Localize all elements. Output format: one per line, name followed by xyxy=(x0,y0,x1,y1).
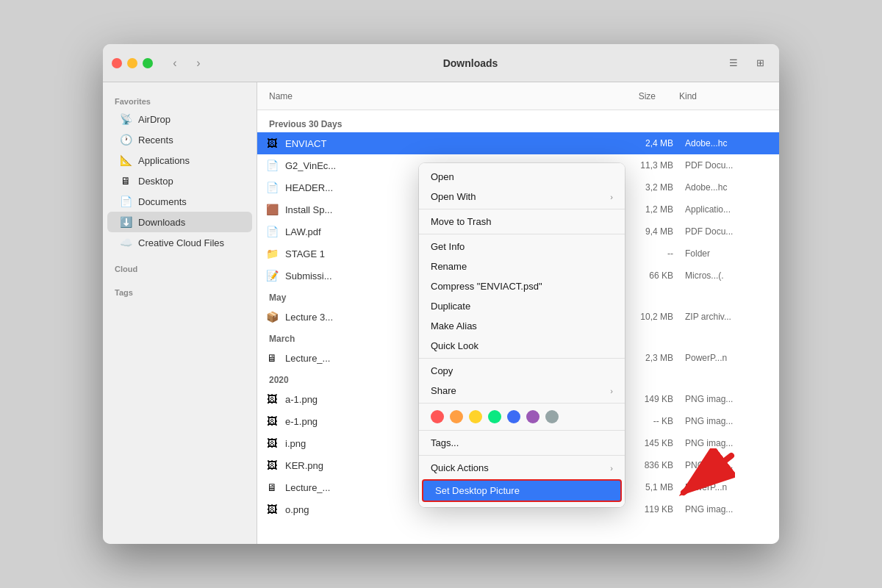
submenu-arrow-icon: › xyxy=(610,387,613,395)
minimize-button[interactable] xyxy=(127,58,137,68)
sidebar-item-downloads[interactable]: ⬇️ Downloads xyxy=(107,212,252,232)
menu-item-label: Move to Trash xyxy=(431,216,613,227)
window-title: Downloads xyxy=(218,57,723,69)
menu-separator xyxy=(419,403,625,404)
red-arrow xyxy=(669,448,735,500)
color-tag-green[interactable] xyxy=(488,410,501,423)
creative-cloud-icon: ☁️ xyxy=(119,236,132,249)
menu-separator xyxy=(419,358,625,359)
menu-item-compress[interactable]: Compress "ENVIACT.psd" xyxy=(419,276,625,296)
color-tag-gray[interactable] xyxy=(545,410,559,423)
titlebar-controls: ☰ ⊞ xyxy=(723,54,770,72)
view-list-button[interactable]: ☰ xyxy=(723,54,744,72)
menu-item-label: Quick Look xyxy=(431,340,613,351)
documents-icon: 📄 xyxy=(119,195,132,208)
applications-icon: 📐 xyxy=(119,154,132,167)
menu-item-duplicate[interactable]: Duplicate xyxy=(419,296,625,316)
color-tag-orange[interactable] xyxy=(450,410,463,423)
menu-item-label: Compress "ENVIACT.psd" xyxy=(431,281,613,292)
titlebar: ‹ › Downloads ☰ ⊞ xyxy=(103,44,779,82)
finder-window: ‹ › Downloads ☰ ⊞ Favorites 📡 AirDrop 🕐 … xyxy=(103,44,779,544)
menu-item-tags[interactable]: Tags... xyxy=(419,433,625,453)
back-button[interactable]: ‹ xyxy=(165,54,185,72)
context-menu: Open Open With › Move to Trash Get Info xyxy=(419,163,625,507)
downloads-icon: ⬇️ xyxy=(119,215,132,229)
color-tags-row xyxy=(419,406,625,428)
airdrop-icon: 📡 xyxy=(119,112,132,126)
sidebar-item-desktop[interactable]: 🖥 Desktop xyxy=(107,171,252,191)
menu-item-share[interactable]: Share › xyxy=(419,381,625,401)
sidebar-item-documents[interactable]: 📄 Documents xyxy=(107,191,252,212)
menu-item-set-desktop-picture[interactable]: Set Desktop Picture xyxy=(422,479,622,502)
svg-line-1 xyxy=(684,456,731,492)
menu-item-label: Duplicate xyxy=(431,301,613,312)
menu-item-move-to-trash[interactable]: Move to Trash xyxy=(419,212,625,232)
sidebar-item-label: Downloads xyxy=(138,217,185,228)
menu-item-copy[interactable]: Copy xyxy=(419,361,625,381)
color-tag-yellow[interactable] xyxy=(469,410,482,423)
sidebar-item-label: Applications xyxy=(138,155,190,166)
menu-item-label: Tags... xyxy=(431,437,613,448)
nav-buttons: ‹ › xyxy=(165,54,209,72)
menu-separator xyxy=(419,455,625,456)
menu-item-label: Set Desktop Picture xyxy=(435,485,609,496)
sidebar-item-label: Documents xyxy=(138,196,187,207)
recents-icon: 🕐 xyxy=(119,133,132,146)
menu-item-get-info[interactable]: Get Info xyxy=(419,237,625,257)
context-menu-overlay: Open Open With › Move to Trash Get Info xyxy=(257,82,779,544)
color-tag-purple[interactable] xyxy=(526,410,539,423)
menu-item-label: Share xyxy=(431,385,610,396)
menu-item-open[interactable]: Open xyxy=(419,167,625,187)
traffic-lights xyxy=(112,58,153,68)
forward-button[interactable]: › xyxy=(188,54,209,72)
sidebar-item-label: AirDrop xyxy=(138,114,171,125)
desktop-icon: 🖥 xyxy=(119,174,132,187)
menu-item-rename[interactable]: Rename xyxy=(419,257,625,276)
sidebar-item-recents[interactable]: 🕐 Recents xyxy=(107,129,252,150)
submenu-arrow-icon: › xyxy=(610,464,613,473)
menu-item-label: Copy xyxy=(431,365,613,376)
sidebar-item-applications[interactable]: 📐 Applications xyxy=(107,150,252,171)
close-button[interactable] xyxy=(112,58,122,68)
menu-item-make-alias[interactable]: Make Alias xyxy=(419,316,625,336)
menu-item-label: Open xyxy=(431,171,613,182)
sidebar-item-label: Desktop xyxy=(138,176,173,187)
sidebar-item-label: Recents xyxy=(138,135,173,146)
color-tag-blue[interactable] xyxy=(507,410,520,423)
sidebar: Favorites 📡 AirDrop 🕐 Recents 📐 Applicat… xyxy=(103,82,257,544)
menu-item-label: Get Info xyxy=(431,241,613,252)
color-tag-red[interactable] xyxy=(431,410,444,423)
main-content: Name Size Kind Previous 30 Days 🖼 ENVIAC… xyxy=(257,82,779,544)
sidebar-item-label: Creative Cloud Files xyxy=(138,237,224,248)
sidebar-item-creative-cloud[interactable]: ☁️ Creative Cloud Files xyxy=(107,232,252,253)
menu-item-label: Rename xyxy=(431,261,613,272)
sidebar-item-airdrop[interactable]: 📡 AirDrop xyxy=(107,109,252,129)
favorites-label: Favorites xyxy=(103,91,257,109)
submenu-arrow-icon: › xyxy=(610,193,613,201)
fullscreen-button[interactable] xyxy=(143,58,153,68)
menu-item-label: Make Alias xyxy=(431,320,613,331)
menu-item-label: Open With xyxy=(431,191,610,202)
menu-separator xyxy=(419,234,625,234)
view-grid-button[interactable]: ⊞ xyxy=(750,54,770,72)
cloud-label: Cloud xyxy=(103,259,257,276)
menu-item-open-with[interactable]: Open With › xyxy=(419,187,625,207)
window-body: Favorites 📡 AirDrop 🕐 Recents 📐 Applicat… xyxy=(103,82,779,544)
menu-separator xyxy=(419,209,625,209)
menu-separator xyxy=(419,430,625,431)
menu-item-quick-look[interactable]: Quick Look xyxy=(419,336,625,356)
menu-item-quick-actions[interactable]: Quick Actions › xyxy=(419,458,625,478)
menu-item-label: Quick Actions xyxy=(431,462,610,473)
tags-label: Tags xyxy=(103,282,257,300)
